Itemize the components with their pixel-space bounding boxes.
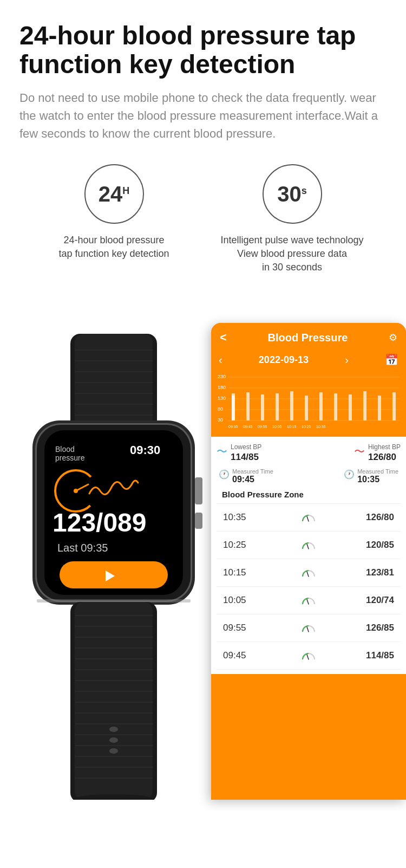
svg-rect-27 xyxy=(75,602,153,800)
bp-value-6: 114/85 xyxy=(356,650,394,661)
features-row: 24H 24-hour blood pressuretap function k… xyxy=(19,164,387,275)
svg-line-82 xyxy=(307,627,309,632)
bp-row-1: 10:35 126/80 xyxy=(217,504,401,532)
svg-text:09:35: 09:35 xyxy=(228,425,238,429)
bp-gauge-icon-5 xyxy=(300,622,317,634)
watch-image-area: Blood pressure 09:30 123/089 Last 09:35 xyxy=(5,334,222,800)
app-time-row: 🕐 Measured Time 09:45 🕐 Measured Time 10… xyxy=(217,468,401,488)
svg-rect-69 xyxy=(378,396,381,420)
svg-rect-70 xyxy=(392,392,396,420)
svg-rect-64 xyxy=(305,396,308,420)
svg-text:09:30: 09:30 xyxy=(130,443,160,457)
svg-text:10:35: 10:35 xyxy=(316,425,326,429)
app-panel: < Blood Pressure ⚙ ‹ 2022-09-13 › 📅 230 … xyxy=(211,323,406,800)
main-title: 24-hour blood pressure tap function key … xyxy=(19,22,387,79)
measured-time-2-item: 🕐 Measured Time 10:35 xyxy=(309,468,398,484)
measured-time-1-item: 🕐 Measured Time 09:45 xyxy=(219,468,309,484)
lowest-bp-item: 〜 Lowest BP 114/85 xyxy=(217,443,309,463)
bp-value-4: 120/74 xyxy=(356,595,394,606)
svg-rect-60 xyxy=(246,392,250,420)
svg-text:09:45: 09:45 xyxy=(243,425,253,429)
svg-point-47 xyxy=(109,748,118,754)
svg-text:10:15: 10:15 xyxy=(287,425,297,429)
app-date-row: ‹ 2022-09-13 › 📅 xyxy=(211,350,406,372)
measured-time-2-value: 10:35 xyxy=(357,475,398,484)
highest-bp-value: 126/80 xyxy=(368,452,401,463)
bp-gauge-icon-2 xyxy=(300,539,317,551)
bp-time-6: 09:45 xyxy=(223,650,261,661)
bp-gauge-icon-3 xyxy=(300,567,317,579)
svg-line-81 xyxy=(307,599,309,604)
svg-text:10:25: 10:25 xyxy=(302,425,311,429)
svg-rect-65 xyxy=(319,392,323,420)
app-header: < Blood Pressure ⚙ xyxy=(211,323,406,350)
app-chart-area: 230 180 130 80 30 xyxy=(211,372,406,437)
svg-point-46 xyxy=(109,737,118,743)
svg-rect-14 xyxy=(195,513,202,529)
app-settings-icon[interactable]: ⚙ xyxy=(389,332,397,344)
svg-rect-62 xyxy=(276,393,279,420)
bp-gauge-icon-4 xyxy=(300,594,317,606)
highest-bp-label: Highest BP xyxy=(368,443,401,451)
svg-line-83 xyxy=(307,655,309,659)
svg-text:130: 130 xyxy=(218,396,226,401)
svg-rect-1 xyxy=(75,334,153,434)
clock-icon-1: 🕐 xyxy=(219,469,230,480)
measured-time-2-content: Measured Time 10:35 xyxy=(357,468,398,484)
app-stats-area: 〜 Lowest BP 114/85 〜 Highest BP 126/80 xyxy=(211,437,406,674)
feature-30s-circle: 30s xyxy=(263,164,322,224)
measured-time-1-content: Measured Time 09:45 xyxy=(232,468,273,484)
svg-rect-67 xyxy=(349,394,352,420)
highest-bp-content: Highest BP 126/80 xyxy=(368,443,401,463)
bp-gauge-icon-1 xyxy=(300,511,317,523)
feature-30s: 30s Intelligent pulse wave technologyVie… xyxy=(212,164,372,275)
svg-rect-63 xyxy=(290,391,293,420)
svg-line-79 xyxy=(307,544,309,549)
bp-row-6: 09:45 114/85 xyxy=(217,642,401,670)
app-title: Blood Pressure xyxy=(227,332,389,344)
bp-value-3: 123/81 xyxy=(356,567,394,578)
bp-table: 10:35 126/80 10:25 12 xyxy=(217,504,401,670)
feature-24h-number: 24H xyxy=(99,183,130,205)
bp-value-5: 126/85 xyxy=(356,623,394,633)
app-prev-date-button[interactable]: ‹ xyxy=(219,354,222,366)
bp-row-2: 10:25 120/85 xyxy=(217,532,401,559)
feature-24h-label: 24-hour blood pressuretap function key d… xyxy=(58,234,169,261)
measured-time-2-label: Measured Time xyxy=(357,468,398,475)
bp-value-2: 120/85 xyxy=(356,540,394,550)
bp-value-1: 126/80 xyxy=(356,512,394,523)
lowest-bp-icon: 〜 xyxy=(217,444,227,459)
svg-text:pressure: pressure xyxy=(55,454,85,462)
bottom-section: Blood pressure 09:30 123/089 Last 09:35 xyxy=(0,312,406,811)
svg-rect-66 xyxy=(334,393,337,420)
bp-time-3: 10:15 xyxy=(223,567,261,578)
svg-text:123/089: 123/089 xyxy=(53,508,147,537)
svg-rect-68 xyxy=(363,391,366,420)
bp-gauge-icon-6 xyxy=(300,650,317,662)
bp-time-1: 10:35 xyxy=(223,512,261,523)
feature-30s-label: Intelligent pulse wave technologyView bl… xyxy=(220,234,363,275)
svg-point-20 xyxy=(74,489,78,493)
feature-24h-circle: 24H xyxy=(84,164,144,224)
app-calendar-icon[interactable]: 📅 xyxy=(385,353,398,366)
measured-time-1-value: 09:45 xyxy=(232,475,273,484)
bp-row-4: 10:05 120/74 xyxy=(217,587,401,614)
bp-time-4: 10:05 xyxy=(223,595,261,606)
lowest-bp-label: Lowest BP xyxy=(231,443,261,451)
svg-rect-23 xyxy=(60,561,168,588)
bp-zone-header: Blood Pressure Zone xyxy=(217,488,401,504)
lowest-bp-content: Lowest BP 114/85 xyxy=(231,443,261,463)
svg-text:30: 30 xyxy=(218,417,223,423)
app-back-button[interactable]: < xyxy=(220,331,227,345)
svg-text:09:55: 09:55 xyxy=(258,425,267,429)
bp-row-5: 09:55 126/85 xyxy=(217,614,401,642)
svg-line-78 xyxy=(307,516,309,521)
svg-rect-59 xyxy=(232,393,235,420)
app-next-date-button[interactable]: › xyxy=(345,354,349,366)
svg-rect-61 xyxy=(261,394,264,420)
bp-time-2: 10:25 xyxy=(223,540,261,550)
highest-bp-icon: 〜 xyxy=(354,444,365,459)
feature-30s-number: 30s xyxy=(277,183,307,205)
app-stats-row: 〜 Lowest BP 114/85 〜 Highest BP 126/80 xyxy=(217,443,401,463)
svg-rect-13 xyxy=(195,477,202,504)
